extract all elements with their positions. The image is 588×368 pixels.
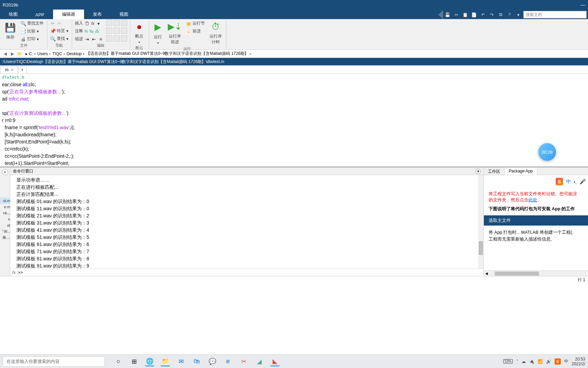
help-header: 下图说明了将代码打包为可安装 App 的工作 xyxy=(484,204,588,213)
wechat-icon[interactable]: 💬 xyxy=(208,357,217,366)
edge-icon[interactable]: 🌐 xyxy=(145,357,154,366)
ime-indicator[interactable]: S 中 •, 🎤 xyxy=(556,178,586,185)
explorer-icon[interactable]: 📁 xyxy=(161,357,170,366)
wifi-icon[interactable]: 📶 xyxy=(538,359,543,364)
help-icon[interactable]: ？ xyxy=(506,11,513,18)
volume-icon[interactable]: 🔊 xyxy=(546,359,551,364)
store-icon[interactable]: 🛍 xyxy=(192,357,201,366)
save-button[interactable]: 💾 保存 xyxy=(3,20,18,43)
nav-back-button[interactable]: ⇦⇨ xyxy=(49,20,70,27)
back-icon[interactable]: ◀ xyxy=(2,51,8,56)
file-breadcrumb: dtwtest.m xyxy=(0,74,588,81)
tab-app[interactable]: APP xyxy=(27,11,53,19)
error-message: 将工程文件写入当前文件夹时出错。您可能没 的文件夹，然后点击此处。 xyxy=(484,189,588,204)
dropdown-icon[interactable]: ▾ xyxy=(514,11,522,18)
ime-s-icon: S xyxy=(556,178,563,185)
battery-status[interactable]: 53% xyxy=(503,359,513,364)
minimize-button[interactable]: — xyxy=(581,2,585,7)
mic-icon[interactable]: 🎤 xyxy=(579,179,586,185)
cmd-scrollbar[interactable] xyxy=(478,175,484,269)
run-advance-button[interactable]: ▶⇣ 运行并 前进 xyxy=(167,20,183,46)
insert-icon: 🗒 xyxy=(84,21,90,26)
cmd-prompt[interactable]: fx >> xyxy=(10,269,484,276)
current-folder-strip[interactable]: ▾ st.me.mnk...nat「W...果.... xyxy=(0,168,10,276)
bottom-panels: ▾ st.me.mnk...nat「W...果.... 命令行窗口 ▾ 显示功率… xyxy=(0,168,588,276)
run-button[interactable]: ▶ 运行 ▾ xyxy=(150,20,165,46)
print-button[interactable]: 🖨打印 ▾ xyxy=(19,35,45,43)
titlebar: R2019b — xyxy=(0,0,588,10)
ie-icon[interactable]: e xyxy=(223,357,233,366)
goto-button[interactable]: 📌转至 ▾ xyxy=(49,27,70,34)
status-bar: 行 1 xyxy=(0,276,588,283)
insert-button[interactable]: 插入 🗒 fx ▾ xyxy=(74,20,105,27)
compare-button[interactable]: 📑比较 ▾ xyxy=(19,28,45,35)
arrow-right-icon: ⇨ xyxy=(57,20,62,26)
ribbon-tabs: 绘图 APP 编辑器 发布 视图 💾 ✂ 📋 📄 ↶ ↷ ⧉ ？ ▾ 搜索文档 xyxy=(0,10,588,19)
fwd-icon[interactable]: ▶ xyxy=(9,51,15,56)
quick-access-toolbar: 💾 ✂ 📋 📄 ↶ ↷ ⧉ ？ ▾ 搜索文档 xyxy=(438,10,587,19)
ime-tray-icon[interactable]: 中 xyxy=(564,358,568,364)
switch-window-icon[interactable]: ⧉ xyxy=(497,11,504,18)
collapse-icon[interactable]: ▾ xyxy=(2,169,8,175)
clock-time[interactable]: 20:53 xyxy=(572,357,585,362)
power-icon[interactable]: 🔌 xyxy=(529,359,534,364)
right-scrollbar-h[interactable]: ◀ xyxy=(484,271,588,276)
tab-publish[interactable]: 发布 xyxy=(84,10,111,19)
undo-icon[interactable]: ↶ xyxy=(479,11,487,18)
ribbon-body: 💾 保存 🔍查找文件 📑比较 ▾ 🖨打印 ▾ 文件 ⇦⇨ 📌转至 ▾ 🔍查找 ▾… xyxy=(0,19,588,50)
qa-edge-decor xyxy=(438,10,443,19)
snip-icon[interactable]: ✂ xyxy=(239,357,248,366)
sogou-tray-icon[interactable]: S xyxy=(555,358,561,365)
copy-icon[interactable]: 📋 xyxy=(461,11,469,18)
tab-package-app[interactable]: Package App xyxy=(505,168,537,175)
step-select-main: 选取主文件 xyxy=(484,215,588,226)
recording-timer[interactable]: 00:28 xyxy=(538,143,556,161)
run-time-button[interactable]: ⏱ 运行并 计时 xyxy=(208,20,224,46)
breakpoint-button[interactable]: ● 断点 ▾ xyxy=(132,20,147,45)
cortana-icon[interactable]: ○ xyxy=(114,357,123,366)
indent-button[interactable]: 缩进 ⇥ ⇤ ≡ xyxy=(74,35,105,43)
file-tab-active[interactable]: m✕ xyxy=(1,66,18,73)
group-file-label: 文件 xyxy=(3,43,45,48)
mail-icon[interactable]: ✉ xyxy=(176,357,186,366)
app1-icon[interactable]: ◢ xyxy=(255,357,264,366)
run-section-button[interactable]: ▣运行节 xyxy=(184,20,206,27)
search-docs-input[interactable]: 搜索文档 xyxy=(523,11,587,18)
breadcrumb[interactable]: ▸ C:▸ Users▸ TIQC▸ Desktop▸ 【语音识别】基于matl… xyxy=(26,51,252,57)
tab-workspace[interactable]: 工作区 xyxy=(484,168,505,175)
find-button[interactable]: 🔍查找 ▾ xyxy=(49,35,70,42)
folder-icon[interactable]: 📁 xyxy=(17,51,23,56)
cut-icon[interactable]: ✂ xyxy=(453,11,460,18)
tray-up-icon[interactable]: ˄ xyxy=(516,359,518,364)
edit-grid[interactable] xyxy=(106,20,128,43)
find-files-button[interactable]: 🔍查找文件 xyxy=(19,20,45,27)
group-edit-label: 编辑 xyxy=(74,43,128,48)
play-icon: ▶ xyxy=(152,22,163,33)
tab-view[interactable]: 视图 xyxy=(111,10,137,19)
app-title: R2019b xyxy=(3,2,18,7)
help-body: 将 App 打包时，MATLAB 将创建一个工程(. 工程而无需重新输入描述性信… xyxy=(484,228,588,244)
task-view-icon[interactable]: ⊞ xyxy=(129,357,139,366)
search-icon: 🔍 xyxy=(50,36,55,42)
cmd-options-icon[interactable]: ▾ xyxy=(475,169,481,174)
error-link[interactable]: 此处 xyxy=(528,197,537,202)
close-tab-icon[interactable]: ✕ xyxy=(11,68,14,72)
matlab-icon[interactable]: ◣ xyxy=(270,357,280,366)
cmd-output[interactable]: 显示功率谱……正在进行模板匹配...正在计算匹配结果...测试模板 01.wav… xyxy=(10,175,484,269)
paste-icon[interactable]: 📄 xyxy=(470,11,478,18)
print-icon: 🖨 xyxy=(20,36,26,42)
save-icon: 💾 xyxy=(5,22,16,33)
comment-button[interactable]: 注释 % ‰ ⁂ xyxy=(74,28,105,35)
current-file-path: :\Users\TIQC\Desktop\【语音识别】基于matlab GUI … xyxy=(0,58,588,65)
stopwatch-icon: ⏱ xyxy=(210,21,221,32)
onedrive-icon[interactable]: ☁ xyxy=(522,359,526,364)
clock-date[interactable]: 2022/2/ xyxy=(572,362,585,366)
tab-plot[interactable]: 绘图 xyxy=(0,10,27,19)
save-icon[interactable]: 💾 xyxy=(444,11,451,18)
new-tab-button[interactable]: + xyxy=(18,66,27,73)
advance-button[interactable]: ⇣前进 xyxy=(184,28,206,35)
windows-search-input[interactable]: 在这里输入你要搜索的内容 xyxy=(3,356,105,367)
redo-icon[interactable]: ↷ xyxy=(488,11,495,18)
code-editor[interactable]: dtwtest.m ear;close all;clc;sp('正在导入参考模板… xyxy=(0,74,588,166)
tab-editor[interactable]: 编辑器 xyxy=(53,10,84,19)
